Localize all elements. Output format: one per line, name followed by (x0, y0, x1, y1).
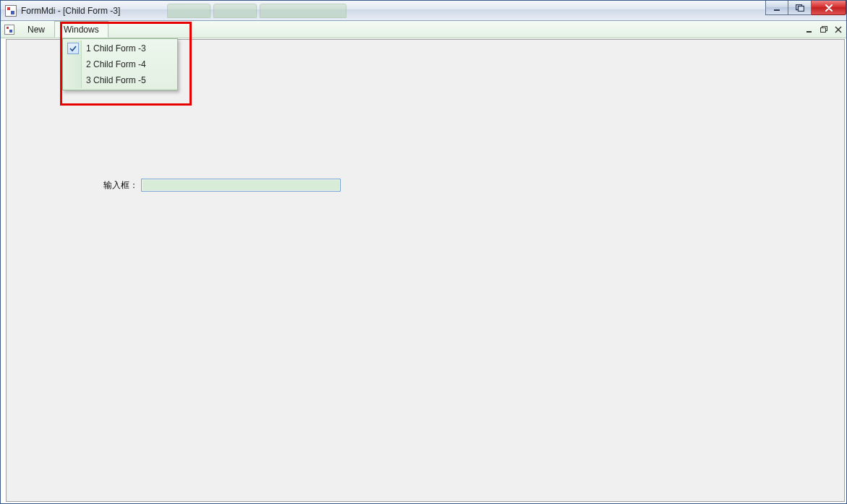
minimize-icon (773, 4, 780, 12)
ghost-tab (167, 4, 210, 18)
close-button[interactable] (812, 1, 846, 15)
child-form-content: 输入框： (7, 40, 844, 501)
windows-menu-item-1[interactable]: 1 Child Form -3 (64, 40, 176, 56)
menu-new-label: New (27, 25, 45, 35)
restore-icon (820, 26, 828, 33)
ghost-tab (213, 4, 257, 18)
check-mark (67, 43, 79, 54)
window-title: FormMdi - [Child Form -3] (21, 6, 120, 16)
mdi-restore-button[interactable] (819, 25, 829, 35)
input-field[interactable] (141, 179, 341, 192)
close-icon (835, 26, 842, 33)
windows-menu-item-label: 3 Child Form -5 (86, 75, 146, 85)
svg-rect-3 (806, 31, 812, 33)
menu-strip: New Windows (1, 21, 846, 38)
windows-dropdown: 1 Child Form -3 2 Child Form -4 3 Child … (62, 38, 178, 90)
input-label: 输入框： (103, 179, 138, 192)
windows-menu-item-3[interactable]: 3 Child Form -5 (64, 72, 176, 88)
maximize-button[interactable] (788, 1, 812, 15)
check-icon (69, 45, 77, 52)
mdi-client-area: 输入框： (6, 39, 845, 502)
minimize-icon (806, 26, 813, 33)
svg-rect-5 (820, 28, 825, 33)
mdi-minimize-button[interactable] (804, 25, 814, 35)
windows-menu-item-label: 2 Child Form -4 (86, 59, 146, 69)
input-row: 输入框： (103, 179, 341, 192)
aero-preview-ghosts (167, 4, 346, 18)
ghost-tab (260, 4, 346, 18)
maximize-icon (796, 4, 804, 12)
app-window: FormMdi - [Child Form -3] (0, 0, 847, 504)
windows-menu-item-2[interactable]: 2 Child Form -4 (64, 56, 176, 72)
windows-menu-item-label: 1 Child Form -3 (86, 43, 146, 54)
svg-rect-2 (798, 6, 804, 11)
window-controls (765, 1, 846, 15)
app-icon (5, 5, 17, 17)
menu-windows[interactable]: Windows (54, 21, 108, 38)
svg-rect-0 (774, 9, 780, 11)
close-icon (825, 4, 833, 12)
menu-windows-label: Windows (64, 25, 99, 35)
minimize-button[interactable] (765, 1, 788, 15)
mdi-close-button[interactable] (833, 25, 843, 35)
titlebar[interactable]: FormMdi - [Child Form -3] (1, 1, 846, 21)
mdi-child-icon[interactable] (1, 21, 18, 38)
menu-new[interactable]: New (18, 21, 54, 38)
mdi-child-controls (804, 21, 843, 38)
